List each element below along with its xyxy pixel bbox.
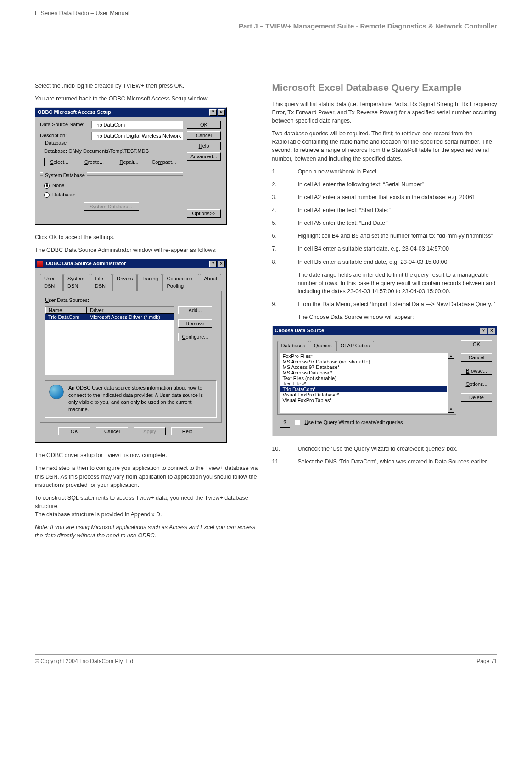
repair-button[interactable]: Repair... xyxy=(114,158,144,166)
select-button[interactable]: Select... xyxy=(44,158,74,166)
cancel-button[interactable]: Cancel xyxy=(461,353,492,362)
cancel-button[interactable]: Cancel xyxy=(96,427,128,435)
list-row[interactable]: Trio DataCom Microsoft Access Driver (*.… xyxy=(45,314,174,320)
radio-none[interactable]: None xyxy=(44,182,179,190)
scroll-up-icon[interactable]: ▲ xyxy=(448,353,454,359)
left-p1: Select the .mdb log file created by TVIE… xyxy=(35,82,260,90)
close-icon[interactable]: × xyxy=(218,109,225,116)
description-label: Description: xyxy=(40,132,89,140)
tab-about[interactable]: About xyxy=(200,274,221,291)
help-icon[interactable]: ? xyxy=(480,328,487,334)
close-icon[interactable]: × xyxy=(488,328,495,334)
remove-button[interactable]: Remove xyxy=(178,319,212,328)
dsn-label: Data Source Name: xyxy=(40,121,89,128)
list-item[interactable]: MS Access Database* xyxy=(280,370,448,375)
left-p3: Click OK to accept the settings. xyxy=(35,233,260,241)
system-database-button: System Database... xyxy=(84,202,139,211)
radio-dot-icon xyxy=(44,192,50,198)
configure-button[interactable]: Configure... xyxy=(178,333,212,341)
right-p1: This query will list status data (i.e. T… xyxy=(272,100,498,125)
delete-button[interactable]: Delete xyxy=(461,393,492,402)
excel-heading: Microsoft Excel Database Query Example xyxy=(272,82,498,94)
list-item[interactable]: Text Files (not sharable) xyxy=(280,375,448,381)
left-p9: Note: If you are using Microsoft applica… xyxy=(35,523,260,540)
steps-list: 1.Open a new workbook in Excel. 2.In cel… xyxy=(272,167,498,322)
list-item[interactable]: Visual FoxPro Database* xyxy=(280,392,448,397)
odbc-access-setup-dialog: ODBC Microsoft Access Setup ? × Data Sou… xyxy=(35,107,227,225)
query-wizard-label: Use the Query Wizard to create/edit quer… xyxy=(305,419,403,426)
help-square-icon[interactable]: ? xyxy=(280,418,290,428)
close-icon[interactable]: × xyxy=(218,261,225,267)
help-icon[interactable]: ? xyxy=(209,109,217,116)
tab-tracing[interactable]: Tracing xyxy=(137,274,162,291)
doc-title: E Series Data Radio – User Manual xyxy=(35,9,497,19)
tab-databases[interactable]: Databases xyxy=(277,341,310,351)
steps-list-continued: 10.Uncheck the ‘Use the Query Wizard to … xyxy=(272,445,498,466)
help-button[interactable]: Help xyxy=(187,142,221,150)
database-path: Database: C:\My Documents\Temp\TEST.MDB xyxy=(44,148,179,155)
tab-system-dsn[interactable]: System DSN xyxy=(63,274,90,291)
globe-icon xyxy=(49,385,64,399)
browse-button[interactable]: Browse... xyxy=(461,367,492,375)
list-item[interactable]: FoxPro Files* xyxy=(280,353,448,359)
user-data-sources-label: User Data Sources: xyxy=(45,297,217,304)
copyright: © Copyright 2004 Trio DataCom Pty. Ltd. xyxy=(35,658,134,665)
query-wizard-checkbox[interactable] xyxy=(295,420,300,425)
scroll-down-icon[interactable]: ▼ xyxy=(448,407,454,413)
section-title: Part J – TVIEW+ Management Suite - Remot… xyxy=(35,21,497,31)
list-item[interactable]: Visual FoxPro Tables* xyxy=(280,397,448,403)
dlg2-title: ODBC Data Source Administrator xyxy=(45,260,208,268)
choose-data-source-dialog: Choose Data Source ? × Databases Queries… xyxy=(272,326,498,436)
tab-connection-pooling[interactable]: Connection Pooling xyxy=(162,274,199,291)
add-button[interactable]: Add... xyxy=(178,306,212,314)
ok-button[interactable]: OK xyxy=(187,121,221,129)
database-group-label: Database xyxy=(43,140,68,147)
help-button[interactable]: Help xyxy=(171,427,203,435)
odbc-data-source-admin-dialog: ODBC Data Source Administrator ? × User … xyxy=(35,259,227,443)
radio-dot-icon xyxy=(44,183,50,189)
tab-drivers[interactable]: Drivers xyxy=(112,274,137,291)
list-item[interactable]: Text Files* xyxy=(280,381,448,386)
options-button[interactable]: Options>> xyxy=(187,209,221,218)
left-p4: The ODBC Data Source Administrator windo… xyxy=(35,246,260,254)
right-p2: Two database queries will be required. T… xyxy=(272,129,498,163)
radio-database[interactable]: Database: xyxy=(44,191,179,199)
page-number: Page 71 xyxy=(476,658,497,665)
odbc-icon xyxy=(37,261,43,267)
tab-file-dsn[interactable]: File DSN xyxy=(91,274,112,291)
ok-button[interactable]: OK xyxy=(58,427,90,435)
dsn-input[interactable] xyxy=(91,121,183,129)
dlg3-title: Choose Data Source xyxy=(274,327,479,335)
cancel-button[interactable]: Cancel xyxy=(187,131,221,140)
step9-extra: The Choose Data Source window will appea… xyxy=(298,313,498,321)
dlg1-title: ODBC Microsoft Access Setup xyxy=(37,109,208,116)
list-item[interactable]: MS Access 97 Database (not sharable) xyxy=(280,359,448,364)
col-driver: Driver xyxy=(87,307,174,314)
tab-user-dsn[interactable]: User DSN xyxy=(40,274,63,291)
scrollbar[interactable]: ▲ ▼ xyxy=(448,353,454,413)
left-p6: The next step is then to configure you a… xyxy=(35,464,260,489)
info-text: An ODBC User data source stores informat… xyxy=(68,385,213,414)
user-data-sources-list[interactable]: Name Driver Trio DataCom Microsoft Acces… xyxy=(45,306,174,375)
step8-extra: The date range fields are intended to li… xyxy=(298,271,498,296)
tab-bar: User DSN System DSN File DSN Drivers Tra… xyxy=(40,274,222,291)
compact-button[interactable]: Compact... xyxy=(149,158,179,166)
data-source-list[interactable]: FoxPro Files* MS Access 97 Database (not… xyxy=(280,353,448,413)
col-name: Name xyxy=(45,307,87,314)
list-item[interactable]: MS Access 97 Database* xyxy=(280,364,448,370)
create-button[interactable]: Create... xyxy=(79,158,109,166)
apply-button: Apply xyxy=(134,427,166,435)
options-button[interactable]: Options... xyxy=(461,380,492,388)
left-p7: To construct SQL statements to access Tv… xyxy=(35,494,260,510)
list-item-selected[interactable]: Trio DataCom* xyxy=(280,386,448,392)
system-database-group-label: System Database xyxy=(43,172,87,179)
tab-olap-cubes[interactable]: OLAP Cubes xyxy=(336,341,374,351)
ok-button[interactable]: OK xyxy=(461,340,492,348)
description-input[interactable] xyxy=(91,132,183,140)
left-p8: The database structure is provided in Ap… xyxy=(35,510,260,519)
advanced-button[interactable]: Advanced... xyxy=(187,152,221,161)
left-p2: You are returned back to the ODBC Micros… xyxy=(35,95,260,103)
tab-queries[interactable]: Queries xyxy=(310,341,336,351)
left-p5: The ODBC driver setup for Tview+ is now … xyxy=(35,451,260,459)
help-icon[interactable]: ? xyxy=(209,261,217,267)
